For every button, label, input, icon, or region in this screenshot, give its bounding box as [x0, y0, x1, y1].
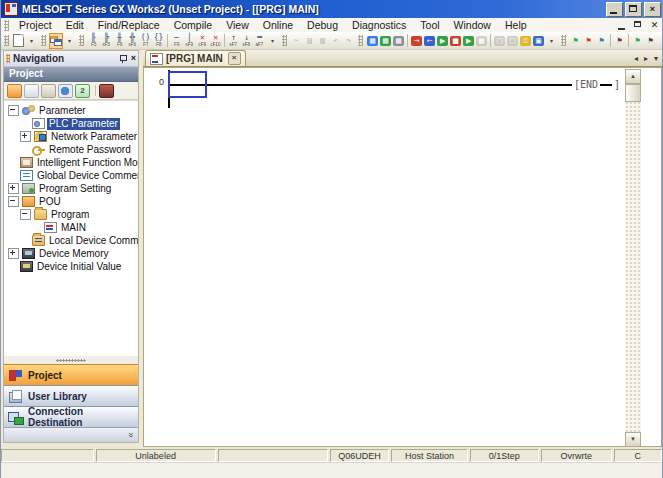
start-simulation-icon[interactable]: ⚑	[631, 33, 644, 49]
application-instruction-icon[interactable]: {}F8	[152, 33, 165, 49]
horizontal-line-icon[interactable]: ─F9	[170, 33, 183, 49]
monitor-mode-icon[interactable]: ▣	[532, 33, 545, 49]
tree-item-pou[interactable]: POU	[4, 195, 138, 208]
nav-button-project[interactable]: Project	[4, 364, 138, 385]
operation-result-pulse-icon[interactable]: ═aF7	[253, 33, 266, 49]
menu-item-tool[interactable]: Tool	[413, 18, 446, 32]
tree-item-device-initial-value[interactable]: Device Initial Value	[4, 260, 138, 273]
tree-item-intelligent-function-module[interactable]: Intelligent Function Module	[4, 156, 138, 169]
ladder-dropdown-icon[interactable]: ▾	[266, 33, 279, 49]
close-contact-icon[interactable]: ╫F6	[113, 33, 126, 49]
vertical-scrollbar[interactable]: ▲ ▼	[625, 69, 641, 447]
online-program-change-build-icon[interactable]: ⚑	[582, 33, 595, 49]
tab-prg-main[interactable]: [PRG] MAIN ×	[145, 50, 246, 66]
nav-button-user-library[interactable]: User Library	[4, 385, 138, 406]
stop-monitoring-all-icon[interactable]: ■	[449, 33, 462, 49]
paste-data-icon[interactable]	[41, 84, 56, 98]
tree-expand-minus-icon[interactable]	[20, 209, 31, 220]
menu-item-project[interactable]: Project	[12, 18, 59, 32]
window-cascade-icon[interactable]	[49, 33, 63, 49]
tree-expand-minus-icon[interactable]	[8, 105, 19, 116]
new-data-icon[interactable]	[7, 84, 22, 98]
write-to-plc-icon[interactable]: ▦	[379, 33, 392, 49]
tree-item-remote-password[interactable]: Remote Password	[4, 143, 138, 156]
tree-item-main[interactable]: MAIN	[4, 221, 138, 234]
menu-item-find-replace[interactable]: Find/Replace	[91, 18, 167, 32]
online-dropdown-icon[interactable]: ▾	[545, 33, 558, 49]
new-project-icon[interactable]	[12, 33, 25, 49]
rebuild-all-icon[interactable]: ⚑	[595, 33, 608, 49]
start-monitoring-all-icon[interactable]: ▶	[436, 33, 449, 49]
delete-horizontal-line-icon[interactable]: ✕cF9	[196, 33, 209, 49]
mdi-minimize-button[interactable]	[616, 20, 629, 31]
menu-item-window[interactable]: Window	[447, 18, 498, 32]
read-from-plc-icon[interactable]: ▦	[366, 33, 379, 49]
program-check-icon[interactable]: ⚑	[613, 33, 626, 49]
stop-monitoring-icon[interactable]: ■	[475, 33, 488, 49]
open-contact-branch-icon[interactable]: ╠sF5	[100, 33, 113, 49]
tree-expand-plus-icon[interactable]	[8, 183, 19, 194]
undo-icon[interactable]: ↶	[329, 33, 342, 49]
delete-vertical-line-icon[interactable]: ✕cF10	[209, 33, 222, 49]
menu-item-online[interactable]: Online	[256, 18, 300, 32]
menu-item-help[interactable]: Help	[498, 18, 534, 32]
menu-item-debug[interactable]: Debug	[300, 18, 345, 32]
tree-item-program[interactable]: Program	[4, 208, 138, 221]
copy-data-icon[interactable]	[24, 84, 39, 98]
navigation-close-icon[interactable]: ×	[131, 54, 136, 63]
scroll-up-icon[interactable]: ▲	[625, 69, 641, 84]
pin-icon[interactable]	[119, 54, 127, 63]
ladder-cursor[interactable]	[168, 71, 207, 98]
rising-pulse-icon[interactable]: ↑sF7	[227, 33, 240, 49]
tree-item-parameter[interactable]: Parameter	[4, 104, 138, 117]
ladder-canvas[interactable]: 0 [END ] ▲ ▼	[143, 67, 662, 447]
panel-options-chevron[interactable]: »	[125, 432, 135, 437]
mdi-close-button[interactable]: ✕	[648, 20, 661, 31]
copy-icon[interactable]: ▤	[303, 33, 316, 49]
vertical-line-icon[interactable]: │sF9	[183, 33, 196, 49]
panel-splitter[interactable]	[4, 356, 138, 364]
cut-icon[interactable]: ✂	[290, 33, 303, 49]
verify-with-plc-icon[interactable]: ▦	[392, 33, 405, 49]
minimize-button[interactable]	[606, 2, 623, 17]
menu-item-diagnostics[interactable]: Diagnostics	[345, 18, 413, 32]
window-dropdown-icon[interactable]: ▾	[63, 33, 76, 49]
tab-close-icon[interactable]: ×	[228, 52, 241, 65]
menu-item-compile[interactable]: Compile	[167, 18, 220, 32]
tree-item-device-memory[interactable]: Device Memory	[4, 247, 138, 260]
tree-item-program-setting[interactable]: Program Setting	[4, 182, 138, 195]
close-button[interactable]: ×	[644, 2, 661, 17]
mdi-restore-button[interactable]	[632, 20, 645, 31]
stop-simulation-icon[interactable]: ⚑	[644, 33, 657, 49]
data-property-icon[interactable]	[58, 84, 73, 98]
tree-expand-minus-icon[interactable]	[8, 196, 19, 207]
nav-button-connection-destination[interactable]: Connection Destination	[4, 406, 138, 427]
tree-item-network-parameter[interactable]: Network Parameter	[4, 130, 138, 143]
tree-item-local-device-comment[interactable]: Local Device Comment	[4, 234, 138, 247]
paste-icon[interactable]: ▥	[316, 33, 329, 49]
redo-icon[interactable]: ↷	[342, 33, 355, 49]
start-monitoring-icon[interactable]: ▶	[462, 33, 475, 49]
menu-item-edit[interactable]: Edit	[59, 18, 91, 32]
maximize-button[interactable]	[625, 2, 642, 17]
tree-item-plc-parameter[interactable]: PLC Parameter	[4, 117, 138, 130]
standard-dropdown-icon[interactable]: ▾	[25, 33, 38, 49]
scroll-down-icon[interactable]: ▼	[625, 432, 641, 447]
menu-item-view[interactable]: View	[219, 18, 256, 32]
sort-data-icon[interactable]: 2	[75, 84, 90, 98]
tree-expand-plus-icon[interactable]	[20, 131, 31, 142]
tab-scroll-left-icon[interactable]: ◂	[634, 54, 638, 63]
falling-pulse-icon[interactable]: ↓sF8	[240, 33, 253, 49]
filter-data-icon[interactable]	[99, 84, 114, 98]
scrollbar-thumb[interactable]	[625, 84, 641, 102]
tree-expand-plus-icon[interactable]	[8, 248, 19, 259]
modify-value-icon[interactable]: □	[493, 33, 506, 49]
transfer-setup-icon[interactable]: ←	[423, 33, 436, 49]
tab-scroll-right-icon[interactable]: ▸	[644, 54, 648, 63]
password-icon[interactable]: ⚿	[519, 33, 532, 49]
device-test-icon[interactable]: □	[506, 33, 519, 49]
build-icon[interactable]: ⚑	[569, 33, 582, 49]
online-program-change-icon[interactable]: →	[410, 33, 423, 49]
coil-icon[interactable]: ()F7	[139, 33, 152, 49]
close-contact-branch-icon[interactable]: ╬sF6	[126, 33, 139, 49]
